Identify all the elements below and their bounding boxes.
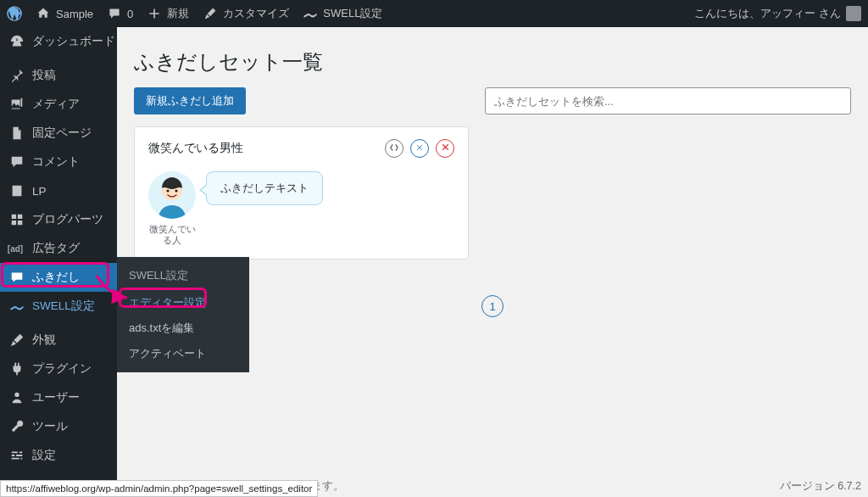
swell-label: SWELL設定 [323,6,382,21]
sidebar-item-posts[interactable]: 投稿 [0,61,117,90]
sidebar-item-pages[interactable]: 固定ページ [0,119,117,148]
sidebar-label: ブログパーツ [32,212,103,227]
sidebar-label: ダッシュボード [32,34,115,49]
delete-button[interactable] [436,139,454,158]
sidebar-label: ふきだし [32,270,80,285]
sidebar-label: 固定ページ [32,126,92,141]
sidebar-label: コメント [32,154,80,170]
customize-label: カスタマイズ [223,6,289,21]
footer-version: バージョン 6.7.2 [780,479,861,494]
media-icon [8,96,25,113]
speaker-avatar-block: 微笑んでいる人 [148,171,196,245]
sidebar-item-adtag[interactable]: [ad] 広告タグ [0,234,117,263]
svg-point-7 [175,189,177,192]
lp-icon [8,182,25,199]
site-name: Sample [56,8,93,20]
speech-text: ふきだしテキスト [220,181,309,194]
new-content[interactable]: 新規 [140,0,196,27]
sidebar-label: SWELL設定 [32,299,95,314]
submenu-item-activate[interactable]: アクティベート [117,341,249,366]
sidebar-item-users[interactable]: ユーザー [0,383,117,412]
link-preview-statusbar: https://affiweblog.org/wp-admin/admin.ph… [0,480,318,497]
comment-icon [8,154,25,170]
sidebar-label: ツール [32,419,68,434]
sidebar-item-swell[interactable]: SWELL設定 [0,292,117,321]
sidebar-label: 広告タグ [32,241,80,256]
balloon-card[interactable]: 微笑んでいる男性 [134,126,469,260]
plus-icon [147,6,162,21]
card-title: 微笑んでいる男性 [148,141,243,156]
add-balloon-button[interactable]: 新規ふきだし追加 [134,87,246,114]
duplicate-button[interactable] [410,139,429,158]
brush-icon [203,6,218,21]
page-title: ふきだしセット一覧 [134,48,851,75]
pagination: 1 [481,295,504,317]
swell-icon [303,6,318,21]
wrench-icon [8,418,25,435]
sidebar-label: ユーザー [32,390,80,405]
swell-submenu: SWELL設定 エディター設定 ads.txtを編集 アクティベート [117,257,249,372]
dashboard-icon [8,33,25,50]
swell-icon [8,298,25,315]
balloon-icon [8,269,25,286]
swell-adminbar-link[interactable]: SWELL設定 [296,0,389,27]
page-icon [8,125,25,142]
greeting-text: こんにちは、アッフィー さん [694,6,841,21]
sidebar-label: メディア [32,97,80,112]
submenu-item-editor[interactable]: エディター設定 [117,290,249,316]
admin-bar: Sample 0 新規 カスタマイズ SWELL設定 [0,0,868,27]
svg-point-0 [14,393,19,397]
appearance-icon [8,332,25,349]
sidebar-item-blogparts[interactable]: ブログパーツ [0,205,117,234]
sidebar-item-plugins[interactable]: プラグイン [0,355,117,383]
customize-link[interactable]: カスタマイズ [196,0,296,27]
submenu-head[interactable]: SWELL設定 [117,263,249,290]
sidebar-item-tools[interactable]: ツール [0,412,117,441]
home-icon [36,6,51,21]
grid-icon [8,211,25,228]
comment-icon [107,6,122,21]
sidebar-item-dashboard[interactable]: ダッシュボード [0,27,117,56]
wp-logo[interactable] [0,0,29,27]
sidebar-label: プラグイン [32,361,92,377]
sidebar-item-settings[interactable]: 設定 [0,441,117,470]
copy-shortcode-button[interactable] [385,139,403,158]
sliders-icon [8,447,25,464]
svg-point-6 [166,189,169,192]
adtag-icon: [ad] [8,240,25,257]
statusbar-url: https://affiweblog.org/wp-admin/admin.ph… [6,483,312,494]
close-thin-icon [415,143,424,154]
page-1-button[interactable]: 1 [481,295,504,317]
my-account[interactable]: こんにちは、アッフィー さん [687,0,868,27]
wordpress-icon [7,6,22,21]
close-icon [441,142,450,154]
search-input[interactable] [485,87,851,114]
sidebar-item-balloon[interactable]: ふきだし [0,263,117,292]
user-icon [8,389,25,406]
sidebar-label: 外観 [32,332,56,348]
sidebar-item-comments[interactable]: コメント [0,148,117,176]
sidebar-item-appearance[interactable]: 外観 [0,326,117,355]
sidebar-item-lp[interactable]: LP [0,176,117,205]
sidebar-label: 設定 [32,448,56,463]
speech-bubble: ふきだしテキスト [206,171,323,205]
new-label: 新規 [167,6,189,21]
comments-count: 0 [127,8,133,20]
submenu-item-adstxt[interactable]: ads.txtを編集 [117,316,249,341]
comments-link[interactable]: 0 [100,0,140,27]
site-link[interactable]: Sample [29,0,100,27]
sidebar-label: 投稿 [32,68,56,83]
pin-icon [8,67,25,84]
plugin-icon [8,360,25,377]
avatar [846,6,861,21]
sidebar-item-media[interactable]: メディア [0,90,117,119]
admin-sidebar: ダッシュボード 投稿 メディア 固定ページ コメント LP ブログパーツ [ad… [0,27,117,497]
sidebar-label: LP [32,185,47,198]
shortcode-icon [389,142,399,154]
avatar-caption: 微笑んでいる人 [148,224,196,245]
avatar-image [148,171,196,219]
